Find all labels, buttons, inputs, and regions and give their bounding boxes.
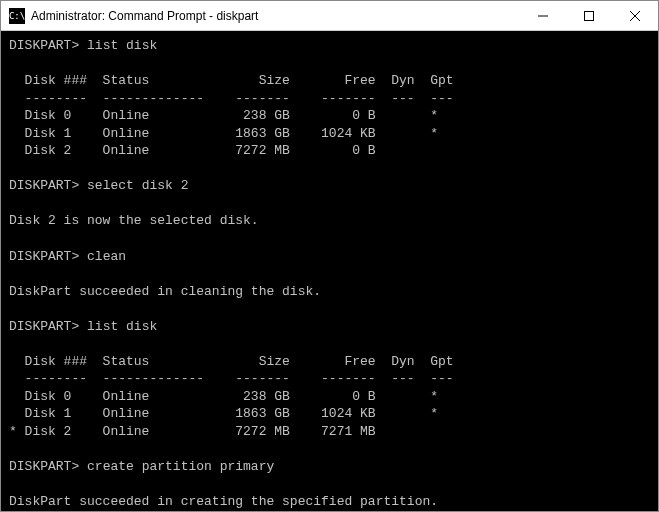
command-line: DISKPART> list disk <box>9 318 650 336</box>
minimize-button[interactable] <box>520 1 566 30</box>
window-title: Administrator: Command Prompt - diskpart <box>31 9 520 23</box>
command-line: DISKPART> list disk <box>9 37 650 55</box>
command-text: list disk <box>87 319 157 334</box>
command-text: list disk <box>87 38 157 53</box>
table-row: * Disk 2 Online 7272 MB 7271 MB <box>9 423 650 441</box>
command-text: select disk 2 <box>87 178 188 193</box>
output-line: Disk 2 is now the selected disk. <box>9 212 650 230</box>
close-button[interactable] <box>612 1 658 30</box>
output-line: DiskPart succeeded in creating the speci… <box>9 493 650 511</box>
blank-line <box>9 265 650 283</box>
prompt-text: DISKPART> <box>9 178 79 193</box>
prompt-text: DISKPART> <box>9 38 79 53</box>
command-line: DISKPART> select disk 2 <box>9 177 650 195</box>
cmd-icon: C:\ <box>9 8 25 24</box>
blank-line <box>9 441 650 459</box>
maximize-button[interactable] <box>566 1 612 30</box>
window-controls <box>520 1 658 30</box>
table-header: Disk ### Status Size Free Dyn Gpt <box>9 353 650 371</box>
command-text: create partition primary <box>87 459 274 474</box>
blank-line <box>9 230 650 248</box>
terminal-output[interactable]: DISKPART> list disk Disk ### Status Size… <box>1 31 658 511</box>
blank-line <box>9 335 650 353</box>
table-divider: -------- ------------- ------- ------- -… <box>9 370 650 388</box>
prompt-text: DISKPART> <box>9 319 79 334</box>
blank-line <box>9 195 650 213</box>
command-line: DISKPART> clean <box>9 248 650 266</box>
cmd-icon-text: C:\ <box>9 11 25 21</box>
blank-line <box>9 300 650 318</box>
blank-line <box>9 476 650 494</box>
prompt-text: DISKPART> <box>9 459 79 474</box>
window-titlebar: C:\ Administrator: Command Prompt - disk… <box>1 1 658 31</box>
prompt-text: DISKPART> <box>9 249 79 264</box>
output-line: DiskPart succeeded in cleaning the disk. <box>9 283 650 301</box>
table-row: Disk 0 Online 238 GB 0 B * <box>9 388 650 406</box>
table-row: Disk 2 Online 7272 MB 0 B <box>9 142 650 160</box>
table-row: Disk 1 Online 1863 GB 1024 KB * <box>9 125 650 143</box>
svg-rect-1 <box>585 11 594 20</box>
table-divider: -------- ------------- ------- ------- -… <box>9 90 650 108</box>
blank-line <box>9 160 650 178</box>
blank-line <box>9 55 650 73</box>
table-row: Disk 1 Online 1863 GB 1024 KB * <box>9 405 650 423</box>
command-text: clean <box>87 249 126 264</box>
table-header: Disk ### Status Size Free Dyn Gpt <box>9 72 650 90</box>
command-line: DISKPART> create partition primary <box>9 458 650 476</box>
table-row: Disk 0 Online 238 GB 0 B * <box>9 107 650 125</box>
